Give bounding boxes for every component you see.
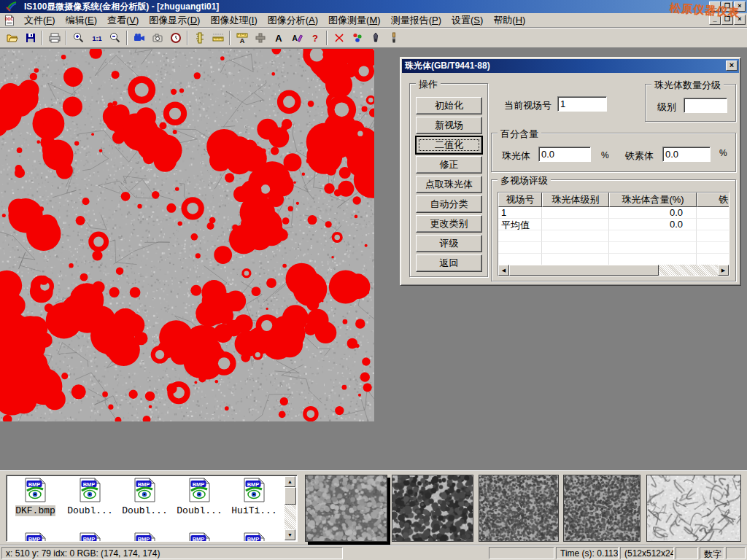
thumbnail-2[interactable] [392,475,473,542]
file-item-partial-0[interactable]: BMP [8,532,63,542]
scroll-down-icon[interactable]: ▼ [285,529,295,540]
menu-item-8[interactable]: 设置(S) [446,12,488,28]
op-button-7[interactable]: 评级 [416,235,482,252]
file-item-0[interactable]: BMPDKF.bmp [8,478,63,516]
text-icon[interactable]: A [269,30,287,47]
file-item-partial-4[interactable]: BMP [227,532,282,542]
zoom-in-icon[interactable] [69,30,88,47]
status-mode: 数字 [700,547,724,559]
file-item-partial-3[interactable]: BMP [172,532,227,542]
svg-text:BMP: BMP [247,481,260,488]
file-name: Doubl... [122,505,167,516]
help-icon[interactable]: ? [306,30,324,47]
zoom-out-icon[interactable] [106,30,124,47]
op-button-1[interactable]: 新视场 [416,117,482,134]
document-icon[interactable]: DOC [3,15,16,26]
thumbnail-1[interactable] [305,475,387,542]
clock-icon[interactable] [166,30,185,47]
scrollbar-thumb[interactable] [509,265,659,276]
caliper-icon[interactable] [190,30,209,47]
dialog-body: 操作 初始化新视场二值化修正点取珠光体自动分类更改类别评级返回 当前视场号 珠光… [402,73,739,282]
menu-item-2[interactable]: 查看(V) [102,12,144,28]
pearlite-value-input[interactable] [538,147,591,162]
menu-item-5[interactable]: 图像分析(A) [263,12,323,28]
video-camera-icon[interactable] [130,30,148,47]
scrollbar-thumb[interactable] [285,487,296,505]
thumbnail-5[interactable] [646,475,741,542]
column-header-0[interactable]: 视场号 [498,192,542,207]
camera-icon[interactable] [148,30,166,47]
menu-item-6[interactable]: 图像测量(M) [323,12,386,28]
open-icon[interactable] [3,30,21,47]
op-button-6[interactable]: 更改类别 [416,215,482,233]
menu-item-0[interactable]: 文件(F) [19,12,61,28]
file-item-3[interactable]: BMPDoubl... [172,478,227,516]
table-row-3[interactable] [498,242,729,254]
scroll-right-icon[interactable]: ▶ [718,265,729,276]
column-header-2[interactable]: 珠光体含量(%) [609,192,697,207]
file-item-partial-1[interactable]: BMP [63,532,117,542]
op-button-2[interactable]: 二值化 [416,136,482,154]
op-button-5[interactable]: 自动分类 [416,195,482,213]
menu-item-7[interactable]: 测量报告(P) [386,12,446,28]
file-item-1[interactable]: BMPDoubl... [63,478,117,516]
pen-icon[interactable] [366,30,384,47]
table-row-2[interactable] [498,230,729,242]
table-cell: 0.0 [609,207,697,219]
file-row-1: BMPDKF.bmpBMPDoubl...BMPDoubl...BMPDoubl… [8,478,282,516]
svg-text:BMP: BMP [138,481,150,488]
column-header-1[interactable]: 珠光体级别 [542,192,609,207]
column-header-3[interactable]: 铁素体 [697,192,729,207]
bmp-file-icon: BMP [133,478,157,505]
level-input[interactable] [684,98,727,113]
svg-text:BMP: BMP [193,481,205,488]
table-cell [542,242,609,254]
measure-text-icon[interactable]: A [233,30,251,47]
bmp-file-icon: BMP [242,532,266,542]
metallograph-image[interactable] [0,49,374,421]
table-cell [498,254,542,265]
ruler-icon[interactable] [209,30,227,47]
menu-item-1[interactable]: 编辑(E) [61,12,102,28]
file-item-2[interactable]: BMPDoubl... [117,478,172,516]
op-button-4[interactable]: 点取珠光体 [416,176,482,193]
ferrite-unit: % [719,148,727,158]
op-button-3[interactable]: 修正 [416,156,482,174]
menu-item-3[interactable]: 图像显示(D) [144,12,205,28]
rating-table: 视场号珠光体级别珠光体含量(%)铁素体 10.0平均值0.0 ◀ ▶ [498,192,729,276]
file-name: HuiTi... [231,505,276,516]
brush-icon[interactable] [384,30,403,47]
grid-icon[interactable] [251,30,269,47]
table-cell [498,242,542,254]
thumbnail-4[interactable] [563,475,640,542]
file-name: DKF.bmp [15,505,55,516]
op-button-8[interactable]: 返回 [416,254,482,272]
menu-item-4[interactable]: 图像处理(I) [205,12,262,28]
op-button-0[interactable]: 初始化 [416,97,482,114]
pearlite-label: 珠光体 [502,149,530,163]
menu-item-9[interactable]: 帮助(H) [488,12,530,28]
file-item-4[interactable]: BMPHuiTi... [227,478,282,516]
table-row-1[interactable]: 平均值0.0 [498,219,729,230]
ferrite-value-input[interactable] [662,147,711,162]
thumbnail-3[interactable] [479,475,559,542]
bmp-file-icon: BMP [187,478,212,505]
print-icon[interactable] [45,30,63,47]
table-row-0[interactable]: 10.0 [498,207,729,219]
current-field-input[interactable] [557,96,607,112]
annotate-icon[interactable]: A [287,30,306,47]
save-icon[interactable] [21,30,39,47]
scrollbar-track[interactable] [659,265,718,276]
file-item-partial-2[interactable]: BMP [117,532,172,542]
operations-group-title: 操作 [416,78,441,91]
actual-size-icon[interactable]: 1:1 [88,30,106,47]
particles-icon[interactable] [348,30,366,47]
table-row-4[interactable] [498,254,729,265]
scrollbar-track[interactable] [285,505,296,529]
scroll-up-icon[interactable]: ▲ [285,476,295,487]
curve-cut-icon[interactable] [330,30,348,47]
scroll-left-icon[interactable]: ◀ [498,265,509,276]
status-blank-2 [676,547,698,559]
rating-table-body: 10.0平均值0.0 [498,207,729,265]
dialog-close-icon[interactable]: × [726,61,738,71]
